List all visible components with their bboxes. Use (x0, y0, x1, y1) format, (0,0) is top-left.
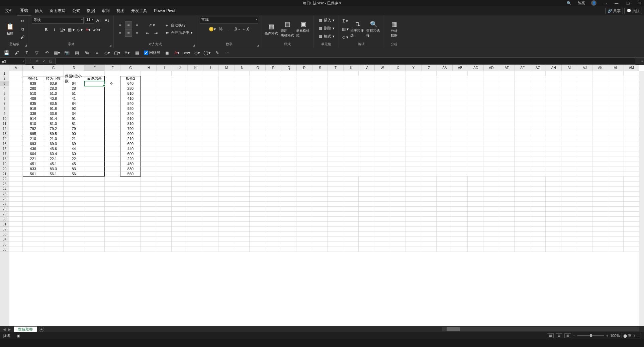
cell[interactable] (421, 247, 437, 252)
cell[interactable] (515, 156, 530, 161)
cell[interactable] (141, 182, 156, 187)
cell[interactable] (452, 237, 468, 242)
cell[interactable] (499, 111, 515, 116)
col-header[interactable]: AG (530, 65, 546, 71)
cell[interactable] (265, 237, 281, 242)
cell[interactable] (390, 96, 406, 101)
cell[interactable]: 561 (23, 171, 43, 177)
cell[interactable] (608, 151, 624, 156)
cell[interactable] (359, 161, 375, 166)
cell[interactable] (530, 156, 546, 161)
cell[interactable] (452, 91, 468, 96)
cell[interactable] (515, 106, 530, 111)
cell[interactable] (203, 131, 219, 136)
cell[interactable] (359, 182, 374, 187)
cell[interactable] (234, 151, 250, 156)
cell[interactable] (219, 101, 235, 106)
qt-insert-icon[interactable]: ▦ (134, 50, 141, 56)
cell[interactable] (250, 131, 266, 136)
cell[interactable] (515, 212, 530, 217)
cell[interactable] (452, 217, 468, 222)
cell[interactable] (452, 227, 468, 232)
cell[interactable] (421, 146, 437, 151)
cell[interactable] (281, 121, 297, 126)
cell[interactable] (577, 81, 593, 86)
cell[interactable] (250, 217, 265, 222)
cell[interactable] (624, 126, 639, 131)
cell[interactable] (296, 161, 312, 166)
cell[interactable] (296, 71, 312, 76)
cell[interactable] (546, 197, 561, 202)
cell[interactable] (561, 141, 577, 146)
cell[interactable] (421, 171, 437, 177)
cell[interactable] (405, 177, 421, 182)
col-header[interactable]: H (141, 65, 157, 71)
cell[interactable] (483, 227, 499, 232)
cell[interactable] (234, 232, 250, 237)
cell[interactable] (296, 136, 312, 141)
cell[interactable] (483, 192, 499, 197)
cell[interactable] (374, 111, 390, 116)
cell[interactable] (437, 202, 452, 207)
bold-button[interactable]: B (42, 26, 50, 33)
cell[interactable] (546, 212, 561, 217)
align-middle-icon[interactable]: ≡ (125, 21, 132, 28)
cell[interactable] (312, 232, 328, 237)
insert-cells-button[interactable]: ▦插入 ▾ (316, 17, 336, 23)
cell[interactable] (9, 106, 23, 111)
cell[interactable] (421, 116, 437, 121)
cell[interactable]: 835 (23, 101, 43, 106)
cell[interactable] (483, 71, 499, 76)
cell[interactable] (624, 131, 639, 136)
cell[interactable] (312, 212, 328, 217)
cell[interactable] (234, 166, 250, 171)
cell[interactable] (84, 111, 105, 116)
cell[interactable] (608, 212, 624, 217)
cell[interactable] (328, 111, 344, 116)
cell[interactable] (530, 126, 546, 131)
cell[interactable]: 51.0 (43, 91, 64, 96)
cell[interactable] (84, 161, 105, 166)
cell[interactable] (374, 81, 390, 86)
cell[interactable] (343, 106, 359, 111)
cell[interactable] (359, 151, 375, 156)
cell[interactable] (105, 237, 120, 242)
cell[interactable] (546, 126, 562, 131)
cell[interactable] (546, 121, 562, 126)
cell[interactable] (64, 232, 84, 237)
cell[interactable] (374, 136, 390, 141)
align-left-icon[interactable]: ≡ (116, 29, 124, 37)
cell[interactable] (250, 182, 265, 187)
share-button[interactable]: 🔗 共享 (605, 8, 623, 14)
cell[interactable] (172, 81, 188, 86)
cell[interactable] (219, 126, 235, 131)
cell[interactable] (265, 222, 281, 227)
cell[interactable] (343, 121, 359, 126)
cell[interactable] (265, 121, 281, 126)
cell[interactable] (141, 212, 156, 217)
cell[interactable] (624, 217, 639, 222)
cell[interactable] (515, 91, 530, 96)
col-header[interactable]: AA (437, 65, 453, 71)
col-header[interactable]: I (157, 65, 172, 71)
cell[interactable] (405, 86, 421, 91)
cell[interactable] (187, 217, 203, 222)
cell[interactable] (390, 212, 406, 217)
cell[interactable] (105, 76, 120, 81)
cell[interactable] (250, 202, 265, 207)
autosum-icon[interactable]: Σ ▾ (342, 17, 349, 25)
cell[interactable] (483, 106, 499, 111)
cell[interactable] (499, 177, 515, 182)
cell[interactable] (421, 71, 437, 76)
dialog-launcher-icon[interactable]: ◢ (257, 44, 260, 47)
cell[interactable] (515, 151, 530, 156)
cell[interactable] (234, 101, 250, 106)
cell[interactable] (561, 192, 577, 197)
cell[interactable]: 28 (64, 86, 84, 91)
cell[interactable] (265, 217, 281, 222)
cell[interactable] (374, 76, 390, 81)
cell[interactable] (312, 96, 328, 101)
cell[interactable] (187, 86, 203, 91)
cell[interactable] (84, 126, 105, 131)
cell[interactable] (156, 217, 172, 222)
